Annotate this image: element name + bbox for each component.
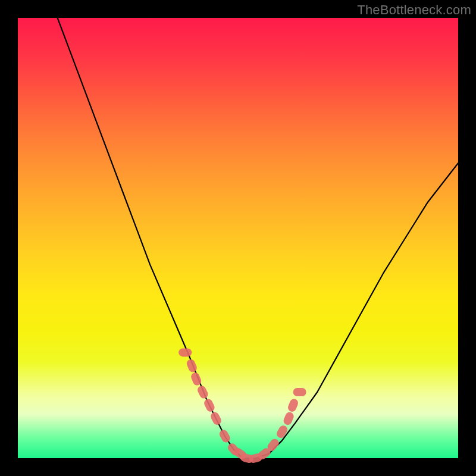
chart-svg <box>18 18 458 458</box>
marker-dot <box>293 388 306 396</box>
marker-dot <box>178 348 192 356</box>
marker-dot <box>275 424 289 440</box>
marker-dot <box>218 428 231 444</box>
chart-plot-area <box>18 18 458 458</box>
marker-dot <box>186 358 198 374</box>
chart-frame: TheBottleneck.com <box>0 0 476 476</box>
marker-dot <box>203 397 216 413</box>
marker-dot <box>287 397 299 413</box>
marker-dot <box>282 411 295 427</box>
marker-dot <box>196 384 209 400</box>
marker-dot <box>209 411 223 426</box>
bottleneck-curve-line <box>58 18 458 458</box>
marker-dots-group <box>178 348 306 464</box>
watermark-text: TheBottleneck.com <box>357 2 471 18</box>
